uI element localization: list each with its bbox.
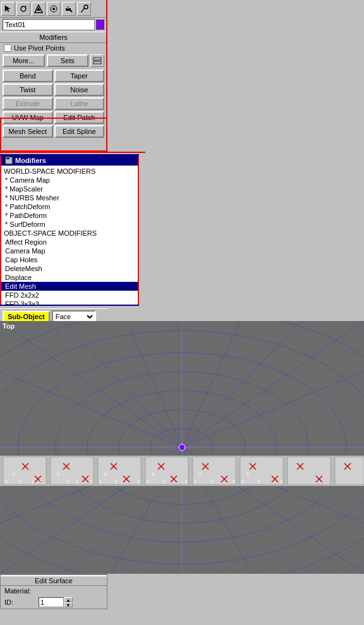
- extrude-button[interactable]: Extrude: [3, 97, 53, 110]
- noise-button[interactable]: Noise: [54, 83, 105, 96]
- lathe-button[interactable]: Lathe: [54, 97, 105, 110]
- svg-rect-6: [67, 6, 69, 9]
- list-item-pathdeform[interactable]: * PathDeform: [1, 211, 138, 220]
- svg-text:y: y: [57, 471, 59, 476]
- taper-button[interactable]: Taper: [54, 70, 105, 82]
- viewport-label: Top: [3, 322, 15, 330]
- icon-toolbar: [0, 0, 107, 18]
- svg-line-7: [70, 9, 72, 12]
- bottom-panel: Edit Surface Material: ID: 1 ▲ ▼: [0, 574, 107, 609]
- svg-text:z: z: [39, 478, 42, 484]
- svg-rect-52: [335, 457, 364, 485]
- rotate-icon[interactable]: [16, 2, 30, 16]
- id-spinner-btns: ▲ ▼: [64, 597, 73, 607]
- svg-text:y: y: [32, 478, 34, 484]
- svg-text:y: y: [19, 478, 21, 483]
- list-item-ffd-3x3x3[interactable]: FFD 3x3x3: [1, 300, 138, 305]
- svg-text:z: z: [147, 478, 149, 484]
- world-space-category: WORLD-SPACE MODIFIERS: [1, 167, 138, 176]
- svg-text:y: y: [115, 478, 118, 483]
- mesh-select-button[interactable]: Mesh Select: [3, 125, 53, 138]
- viewport-svg: yy y zz yy zz yy zz yy zz yy zz yy zz: [0, 321, 364, 574]
- red-left-top: [0, 118, 1, 152]
- edit-spline-button[interactable]: Edit Spline: [54, 125, 105, 138]
- svg-text:y: y: [152, 471, 154, 476]
- svg-text:z: z: [99, 478, 102, 484]
- more-sets-row: More... Sets: [0, 53, 107, 68]
- scale-icon[interactable]: [32, 2, 46, 16]
- modifier-buttons-grid: Bend Taper Twist Noise Extrude Lathe UVW…: [0, 68, 107, 139]
- id-spin-up[interactable]: ▲: [64, 597, 73, 602]
- svg-text:y: y: [13, 471, 15, 476]
- color-swatch[interactable]: [96, 20, 104, 30]
- svg-point-4: [52, 8, 55, 10]
- pivot-points-row: Use Pivot Points: [0, 43, 107, 53]
- red-top-line: [0, 118, 107, 119]
- svg-text:z: z: [233, 478, 235, 484]
- tools-icon[interactable]: [77, 2, 91, 16]
- svg-text:y: y: [258, 478, 260, 483]
- svg-text:z: z: [194, 478, 197, 484]
- svg-text:y: y: [246, 471, 249, 476]
- edit-surface-header: Edit Surface: [1, 575, 107, 586]
- cycle-icon[interactable]: [47, 2, 61, 16]
- list-item-deletemesh[interactable]: DeleteMesh: [1, 264, 138, 273]
- red-bottom-line: [0, 150, 107, 152]
- id-input[interactable]: 1: [39, 597, 64, 607]
- viewport: Top: [0, 321, 364, 574]
- list-item-patchdeform[interactable]: * PatchDeform: [1, 202, 138, 211]
- list-item-affect-region[interactable]: Affect Region: [1, 238, 138, 246]
- svg-rect-12: [6, 158, 9, 159]
- name-field-row: [0, 18, 107, 32]
- sets-button[interactable]: Sets: [47, 54, 89, 67]
- list-item-edit-mesh[interactable]: Edit Mesh: [1, 282, 138, 291]
- svg-text:z: z: [76, 478, 78, 484]
- object-space-category: OBJECT-SPACE MODIFIERS: [1, 229, 138, 238]
- svg-text:y: y: [210, 478, 213, 483]
- use-pivot-checkbox[interactable]: [4, 44, 11, 52]
- svg-text:z: z: [185, 478, 188, 484]
- svg-text:y: y: [163, 478, 166, 483]
- modifiers-header: Modifiers: [0, 32, 107, 43]
- list-item-camera-map-os[interactable]: Camera Map: [1, 246, 138, 255]
- bend-button[interactable]: Bend: [3, 70, 53, 82]
- list-item-nurbs-mesher[interactable]: * NURBS Mesher: [1, 193, 138, 202]
- red-right-side: [106, 118, 107, 152]
- svg-point-0: [21, 6, 26, 11]
- list-item-cap-holes[interactable]: Cap Holes: [1, 255, 138, 264]
- id-spinner: 1 ▲ ▼: [39, 597, 73, 607]
- panel-red-border-r: [138, 155, 139, 305]
- red-border-top: [0, 152, 145, 153]
- modifiers-panel-header: Modifiers: [1, 155, 138, 166]
- list-item-displace[interactable]: Displace: [1, 273, 138, 282]
- svg-point-8: [84, 5, 88, 9]
- more-button[interactable]: More...: [3, 54, 45, 67]
- svg-point-43: [179, 444, 185, 451]
- list-item-ffd-2x2x2[interactable]: FFD 2x2x2: [1, 291, 138, 300]
- svg-text:z: z: [280, 478, 282, 484]
- modifiers-dropdown-panel: Modifiers WORLD-SPACE MODIFIERS * Camera…: [0, 154, 139, 306]
- list-item-mapscaler[interactable]: * MapScaler: [1, 185, 138, 193]
- sets-icon[interactable]: [90, 54, 104, 67]
- modifiers-list[interactable]: WORLD-SPACE MODIFIERS * Camera Map * Map…: [1, 166, 138, 305]
- material-label: Material:: [4, 587, 36, 595]
- svg-rect-10: [94, 61, 101, 64]
- svg-text:z: z: [138, 478, 140, 484]
- svg-text:y: y: [66, 478, 69, 483]
- object-name-input[interactable]: [3, 19, 95, 30]
- id-label: ID:: [4, 598, 36, 606]
- svg-text:z: z: [241, 478, 244, 484]
- hammer-icon[interactable]: [62, 2, 76, 16]
- svg-text:y: y: [199, 471, 202, 476]
- id-spin-down[interactable]: ▼: [64, 602, 73, 607]
- pivot-label: Use Pivot Points: [14, 44, 65, 52]
- svg-text:y: y: [104, 471, 107, 476]
- list-item-surfdeform[interactable]: * SurfDeform: [1, 220, 138, 229]
- select-icon[interactable]: [1, 2, 15, 16]
- svg-rect-9: [94, 58, 101, 60]
- material-field-row: Material:: [1, 586, 107, 596]
- twist-button[interactable]: Twist: [3, 83, 53, 96]
- list-item-camera-map-ws[interactable]: * Camera Map: [1, 176, 138, 185]
- svg-rect-51: [288, 457, 331, 485]
- id-field-row: ID: 1 ▲ ▼: [1, 596, 107, 609]
